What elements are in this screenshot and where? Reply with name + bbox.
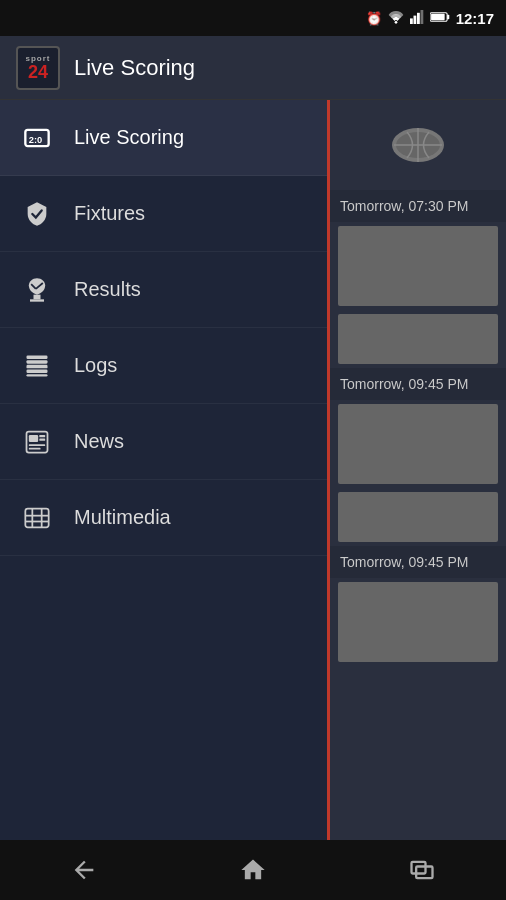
fixtures-icon: [20, 197, 54, 231]
wifi-icon: [388, 10, 404, 27]
svg-rect-7: [431, 13, 445, 19]
results-icon: [20, 273, 54, 307]
score-icon: 2:0: [20, 121, 54, 155]
sidebar-item-multimedia-label: Multimedia: [74, 506, 171, 529]
svg-rect-4: [420, 10, 423, 24]
svg-rect-2: [413, 15, 416, 23]
match-time-2: Tomorrow, 09:45 PM: [330, 368, 506, 400]
sidebar-item-live-scoring[interactable]: 2:0 Live Scoring: [0, 100, 327, 176]
sidebar-item-fixtures[interactable]: Fixtures: [0, 176, 327, 252]
recents-button[interactable]: [392, 850, 452, 890]
svg-rect-17: [27, 369, 48, 373]
sidebar-item-results-label: Results: [74, 278, 141, 301]
sidebar-item-fixtures-label: Fixtures: [74, 202, 145, 225]
back-button[interactable]: [54, 850, 114, 890]
sidebar-item-multimedia[interactable]: Multimedia: [0, 480, 327, 556]
match-card-3: [338, 582, 498, 662]
status-time: 12:17: [456, 10, 494, 27]
svg-text:2:0: 2:0: [29, 134, 42, 144]
home-icon: [239, 856, 267, 884]
match-card-2b: [338, 492, 498, 542]
recents-icon: [408, 856, 436, 884]
svg-rect-6: [447, 14, 449, 18]
main-content: 2:0 Live Scoring Fixtures: [0, 100, 506, 840]
app-bar-title: Live Scoring: [74, 55, 195, 81]
svg-rect-20: [29, 435, 38, 442]
match-card-1: [338, 226, 498, 306]
match-card-1b: [338, 314, 498, 364]
svg-rect-15: [27, 360, 48, 364]
svg-rect-25: [25, 508, 48, 527]
status-icons: ⏰ 12:17: [366, 10, 494, 27]
svg-point-0: [394, 21, 397, 24]
rugby-ball-icon: [389, 124, 447, 166]
svg-rect-1: [410, 18, 413, 24]
match-time-3: Tomorrow, 09:45 PM: [330, 546, 506, 578]
news-icon: [20, 425, 54, 459]
battery-icon: [430, 11, 450, 26]
home-button[interactable]: [223, 850, 283, 890]
app-logo[interactable]: sport 24: [16, 46, 60, 90]
sidebar-item-logs-label: Logs: [74, 354, 117, 377]
sidebar-item-news-label: News: [74, 430, 124, 453]
svg-rect-22: [39, 438, 45, 440]
logs-icon: [20, 349, 54, 383]
svg-rect-14: [27, 355, 48, 359]
svg-rect-21: [39, 435, 45, 437]
rugby-icon-area: [330, 100, 506, 190]
status-bar: ⏰ 12:17: [0, 0, 506, 36]
match-card-2: [338, 404, 498, 484]
logo-number-text: 24: [28, 63, 48, 81]
svg-rect-3: [417, 12, 420, 23]
app-bar: sport 24 Live Scoring: [0, 36, 506, 100]
sidebar-item-news[interactable]: News: [0, 404, 327, 480]
back-icon: [70, 856, 98, 884]
svg-rect-24: [29, 447, 41, 449]
sidebar-item-results[interactable]: Results: [0, 252, 327, 328]
sidebar-item-logs[interactable]: Logs: [0, 328, 327, 404]
svg-rect-23: [29, 444, 45, 446]
clock-icon: ⏰: [366, 11, 382, 26]
right-panel: Tomorrow, 07:30 PM Tomorrow, 09:45 PM To…: [330, 100, 506, 840]
svg-rect-11: [30, 299, 44, 301]
multimedia-icon: [20, 501, 54, 535]
svg-rect-16: [27, 364, 48, 368]
bottom-nav: [0, 840, 506, 900]
signal-icon: [410, 10, 424, 27]
svg-rect-18: [27, 374, 48, 376]
sidebar-item-live-scoring-label: Live Scoring: [74, 126, 184, 149]
sidebar-drawer: 2:0 Live Scoring Fixtures: [0, 100, 330, 840]
match-time-1: Tomorrow, 07:30 PM: [330, 190, 506, 222]
svg-rect-10: [34, 294, 41, 299]
